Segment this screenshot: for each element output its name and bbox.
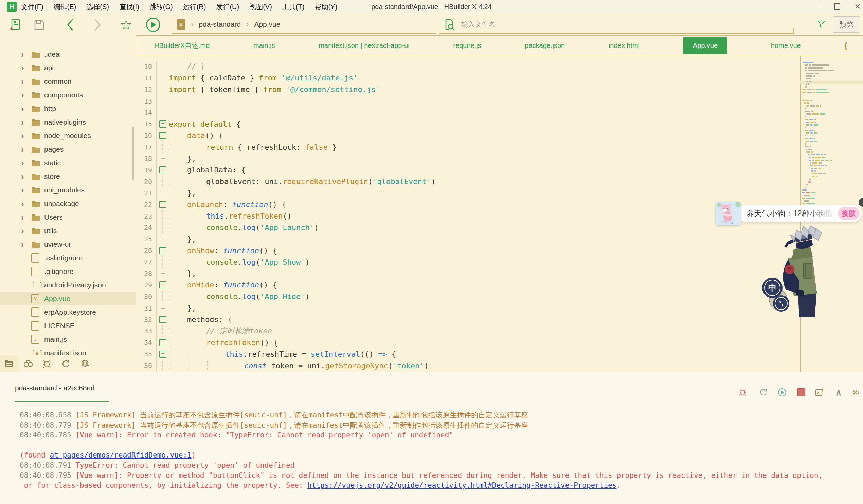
chevron-right-icon[interactable]: ›: [21, 50, 31, 59]
chevron-right-icon[interactable]: ›: [21, 145, 31, 154]
fold-toggle[interactable]: −: [157, 314, 169, 325]
tree-item-http[interactable]: ›http: [0, 102, 136, 115]
console-stop-button[interactable]: [796, 387, 806, 398]
new-file-button[interactable]: [8, 18, 22, 32]
menu-item[interactable]: 查找(I): [119, 2, 139, 12]
tree-item-uview-ui[interactable]: ›uview-ui: [0, 237, 136, 251]
tree-item-mainjs[interactable]: Jmain.js: [0, 333, 136, 346]
run-button[interactable]: [146, 18, 160, 32]
preview-button[interactable]: 预览: [833, 16, 860, 33]
menu-item[interactable]: 运行(R): [183, 2, 206, 12]
tree-item-components[interactable]: ›components: [0, 88, 136, 102]
menu-item[interactable]: 帮助(Y): [314, 2, 337, 12]
console-tab[interactable]: pda-standard - a2ec68ed: [15, 384, 95, 392]
web-panel-button[interactable]: [80, 358, 90, 369]
tree-item-nativeplugins[interactable]: ›nativeplugins: [0, 115, 136, 129]
tree-item-androidPrivacyjson[interactable]: [ ]androidPrivacy.json: [0, 278, 136, 292]
file-search-input[interactable]: 输入文件名: [439, 16, 794, 34]
tab-main.js[interactable]: main.js: [253, 42, 275, 50]
back-button[interactable]: [63, 18, 77, 32]
explorer-folder-button[interactable]: [4, 358, 14, 369]
tree-item-node_modules[interactable]: ›node_modules: [0, 129, 136, 143]
tree-item-api[interactable]: ›api: [0, 61, 136, 75]
sync-panel-button[interactable]: [61, 358, 71, 369]
chevron-right-icon[interactable]: ›: [21, 213, 31, 222]
minimap[interactable]: [802, 62, 862, 210]
tree-item-utils[interactable]: ›utils: [0, 224, 136, 237]
fold-toggle[interactable]: −: [157, 337, 169, 348]
menu-item[interactable]: 选择(S): [86, 2, 109, 12]
tree-item-idea[interactable]: ›.idea: [0, 48, 136, 61]
tree-item-common[interactable]: ›common: [0, 75, 136, 88]
fold-toggle[interactable]: −: [157, 245, 169, 256]
tab-HBuilderX.md[interactable]: HBuilderX自述.md: [154, 41, 210, 50]
chevron-right-icon[interactable]: ›: [21, 77, 31, 86]
chevron-right-icon[interactable]: ›: [21, 199, 31, 208]
console-run-button[interactable]: [777, 387, 787, 398]
tree-item-eslintignore[interactable]: .eslintignore: [0, 251, 136, 265]
fold-toggle[interactable]: −: [157, 199, 169, 210]
breadcrumb-project[interactable]: pda-standard: [199, 21, 241, 28]
console-collapse-button[interactable]: ∧: [834, 387, 843, 398]
chevron-right-icon[interactable]: ›: [21, 227, 31, 235]
chevron-right-icon[interactable]: ›: [21, 186, 31, 194]
menu-item[interactable]: 编辑(E): [54, 2, 76, 12]
close-button[interactable]: ×: [851, 1, 863, 12]
chevron-right-icon[interactable]: ›: [21, 131, 31, 140]
menu-item[interactable]: 工具(T): [282, 2, 305, 12]
chevron-right-icon[interactable]: ›: [21, 172, 31, 181]
log-link[interactable]: at pages/demos/readRfidDemo.vue:1: [50, 451, 191, 459]
filter-button[interactable]: [816, 20, 826, 30]
change-skin-button[interactable]: 换肤: [838, 207, 860, 220]
chevron-right-icon[interactable]: ›: [21, 104, 31, 113]
console-restart-button[interactable]: [758, 387, 768, 398]
fold-toggle[interactable]: −: [157, 164, 169, 176]
log-link[interactable]: https://vuejs.org/v2/guide/reactivity.ht…: [308, 481, 616, 489]
tree-item-static[interactable]: ›static: [0, 156, 136, 170]
tree-item-manifestjson[interactable]: [▪]manifest.json: [0, 346, 136, 355]
console-new-button[interactable]: [814, 387, 825, 398]
breadcrumb[interactable]: u › pda-standard › App.vue: [172, 16, 436, 34]
debug-panel-button[interactable]: [42, 358, 52, 369]
breadcrumb-file[interactable]: App.vue: [254, 21, 280, 28]
tab-home.vue[interactable]: home.vue: [771, 42, 801, 50]
floating-ad-widget[interactable]: 养天气小狗：12种小狗播报天气 换肤: [716, 202, 863, 226]
chevron-right-icon[interactable]: ›: [21, 91, 31, 100]
minimize-button[interactable]: —: [808, 1, 822, 12]
tree-item-erpAppkeystore[interactable]: erpApp.keystore: [0, 306, 136, 319]
pet-sound-button[interactable]: °,: [773, 295, 789, 312]
tab-scroll-icon[interactable]: (: [844, 40, 847, 51]
pet-language-button[interactable]: 中: [762, 277, 783, 298]
restore-button[interactable]: [830, 1, 844, 12]
tab-require.js[interactable]: require.js: [453, 42, 481, 50]
code-editor[interactable]: 10// }11import { calcDate } from '@/util…: [136, 56, 800, 372]
favorite-button[interactable]: ☆: [119, 18, 133, 32]
ad-thumbnail[interactable]: [716, 202, 741, 225]
tree-item-gitignore[interactable]: .gitignore: [0, 265, 136, 278]
forward-button[interactable]: [90, 18, 104, 32]
fold-toggle[interactable]: −: [157, 130, 169, 141]
chevron-right-icon[interactable]: ›: [21, 158, 31, 167]
tab-package.json[interactable]: package.json: [525, 42, 565, 50]
tree-item-Users[interactable]: ›Users: [0, 210, 136, 224]
fold-toggle[interactable]: −: [157, 118, 169, 130]
search-panel-button[interactable]: [23, 358, 33, 369]
menu-item[interactable]: 视图(V): [249, 2, 272, 12]
fold-toggle[interactable]: −: [157, 348, 169, 360]
tree-item-Appvue[interactable]: VApp.vue: [0, 292, 136, 306]
tab-index.html[interactable]: index.html: [609, 42, 639, 50]
fold-toggle[interactable]: −: [157, 279, 169, 291]
chevron-right-icon[interactable]: ›: [21, 63, 31, 72]
save-button[interactable]: [32, 18, 46, 32]
tab-manifest.jsonhextract-app-ui[interactable]: manifest.json | hextract-app-ui: [318, 42, 410, 50]
tree-item-LICENSE[interactable]: LICENSE: [0, 319, 136, 333]
tree-item-unpackage[interactable]: ›unpackage: [0, 197, 136, 210]
chevron-right-icon[interactable]: ›: [21, 240, 31, 249]
tree-item-uni_modules[interactable]: ›uni_modules: [0, 183, 136, 197]
console-close-button[interactable]: ×↓: [851, 387, 861, 398]
chevron-right-icon[interactable]: ›: [21, 118, 31, 127]
file-tree[interactable]: ›.idea›api›common›components›http›native…: [0, 48, 136, 355]
sidebar-scrollbar[interactable]: [132, 127, 134, 180]
menu-item[interactable]: 发行(U): [216, 2, 239, 12]
tree-item-pages[interactable]: ›pages: [0, 143, 136, 156]
